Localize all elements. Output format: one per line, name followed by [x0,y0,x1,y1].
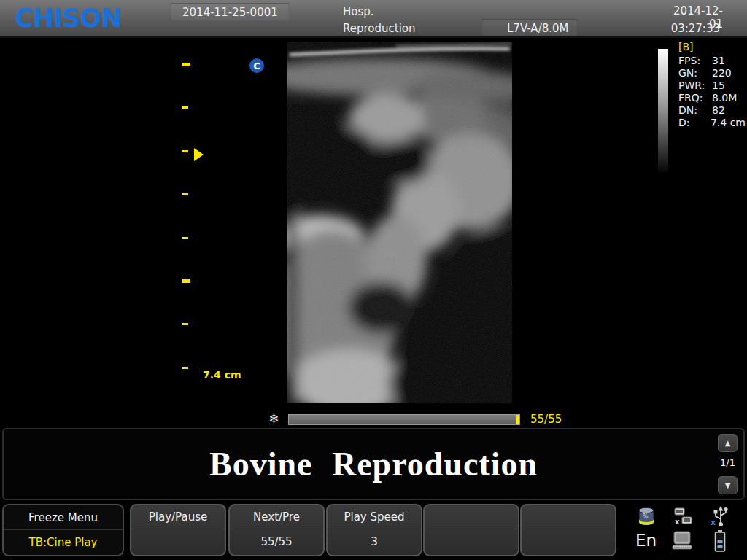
page-up-button[interactable]: ▲ [718,434,738,452]
page-indicator: 1/1 [718,457,738,468]
brand-logo: CHISON [15,4,121,33]
patient-id: 2014-11-25-0001 [182,6,278,19]
language-indicator: En [635,531,657,550]
depth-tick-small [182,193,188,195]
grayscale-bar [658,49,668,173]
svg-text:x: x [711,518,716,527]
svg-text:x: x [675,518,680,526]
system-time: 03:27:33 [660,22,720,35]
network-disconnected-icon: x [671,508,693,526]
softkey-empty-1[interactable] [423,504,519,556]
svg-text:%: % [643,513,649,520]
softkey-play-speed[interactable]: Play Speed 3 [326,504,422,556]
trackball-function-label: TB:Cine Play [4,530,123,554]
cine-progress-cursor[interactable] [516,415,519,424]
param-row-fps: FPS: 31 [678,55,746,67]
orientation-marker-icon: C [249,58,264,73]
annotation-banner: Bovine Reproduction ▲ 1/1 ▼ [2,428,745,500]
depth-tick-small [182,323,188,325]
annotation-text: Bovine Reproduction [4,429,743,499]
battery-icon [713,529,727,553]
cine-frame-counter: 55/55 [530,413,562,426]
page-down-button[interactable]: ▼ [718,476,738,494]
param-row-gain: GN: 220 [678,67,746,79]
depth-tick-large [182,279,190,283]
softkey-toolbar: Freeze Menu TB:Cine Play Play/Pause Next… [0,503,747,560]
cine-progress-bar[interactable] [288,414,520,425]
depth-tick-small [182,106,188,109]
top-status-bar: CHISON 2014-11-25-0001 Hosp. Reproductio… [0,0,747,38]
ultrasound-image [287,42,512,403]
mode-badge: [B] [678,41,746,52]
freeze-menu-button[interactable]: Freeze Menu TB:Cine Play [2,504,124,556]
depth-tick-small [182,150,188,152]
ultrasound-screen: CHISON 2014-11-25-0001 Hosp. Reproductio… [0,0,747,560]
param-row-power: PWR: 15 [678,79,746,92]
freeze-menu-label: Freeze Menu [4,505,123,530]
depth-tick-small [182,367,188,369]
depth-tick-small [182,237,188,239]
probe-frequency: L7V-A/8.0M [507,22,568,35]
softkey-play-pause[interactable]: Play/Pause [130,504,226,556]
freeze-snowflake-icon: ❄ [268,411,279,426]
softkey-next-pre[interactable]: Next/Pre 55/55 [228,504,325,556]
param-row-depth: D: 7.4 cm [678,117,746,129]
hospital-label: Hosp. [343,5,374,18]
exam-mode: Reproduction [343,22,416,35]
softkey-empty-2[interactable] [520,504,616,556]
disk-usage-icon: % [638,507,655,527]
focus-marker-icon [194,148,204,161]
param-row-dynamic-range: DN: 82 [678,104,746,117]
depth-tick-large [182,63,190,66]
image-parameters-panel: [B] FPS: 31 GN: 220 PWR: 15 FRQ: 8.0M DN… [678,41,746,129]
depth-label: 7.4 cm [203,369,241,381]
param-row-frequency: FRQ: 8.0M [678,92,746,104]
keyboard-icon [671,531,693,551]
status-icon-area: % x x En [627,503,747,560]
usb-disconnected-icon: x [711,505,729,527]
